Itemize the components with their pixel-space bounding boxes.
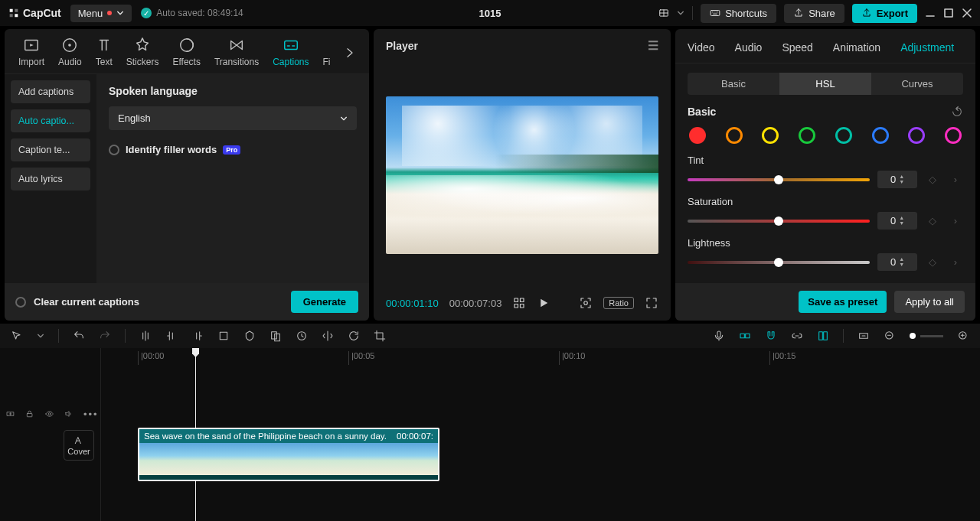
maximize-icon[interactable]: [943, 8, 954, 18]
saturation-keyframe[interactable]: ◇: [925, 215, 940, 226]
tab-audio[interactable]: Audio: [52, 34, 88, 73]
saturation-value[interactable]: 0▲▼: [877, 212, 917, 230]
segment-basic[interactable]: Basic: [688, 73, 779, 95]
language-select[interactable]: English: [109, 106, 357, 130]
svg-point-27: [48, 413, 51, 415]
eye-icon[interactable]: [45, 409, 54, 419]
swatch-purple[interactable]: [908, 127, 925, 144]
tint-value[interactable]: 0▲▼: [877, 171, 917, 188]
play-icon[interactable]: [537, 296, 550, 310]
save-preset-button[interactable]: Save as preset: [799, 291, 887, 313]
add-track-icon[interactable]: [6, 409, 15, 419]
tab-animation[interactable]: Animation: [833, 37, 880, 63]
tab-stickers[interactable]: Stickers: [120, 34, 165, 73]
select-tool-icon[interactable]: [11, 330, 23, 342]
player-title: Player: [386, 40, 418, 52]
lock-icon[interactable]: [25, 409, 34, 419]
swatch-red[interactable]: [689, 127, 706, 144]
trim-left-icon[interactable]: [165, 330, 178, 342]
tab-adjustment[interactable]: Adjustment: [900, 37, 954, 63]
mirror-icon[interactable]: [322, 330, 334, 342]
undo-icon[interactable]: [73, 330, 85, 342]
filler-words-checkbox[interactable]: [109, 145, 119, 155]
segment-hsl[interactable]: HSL: [779, 73, 871, 95]
redo-icon[interactable]: [99, 330, 111, 342]
menu-button[interactable]: Menu: [70, 5, 132, 22]
filler-words-label: Identify filler words: [126, 144, 217, 155]
tab-video[interactable]: Video: [688, 37, 715, 63]
fit-icon[interactable]: [858, 330, 870, 342]
player-menu-icon[interactable]: ☰: [648, 38, 658, 53]
generate-button[interactable]: Generate: [291, 291, 358, 313]
close-icon[interactable]: [962, 8, 972, 18]
share-button[interactable]: Share: [784, 4, 844, 23]
tab-text[interactable]: Text: [90, 34, 119, 73]
crop-icon[interactable]: [217, 330, 230, 342]
tab-import[interactable]: Import: [12, 34, 51, 73]
sidebar-auto-lyrics[interactable]: Auto lyrics: [11, 168, 90, 190]
timeline-tracks[interactable]: |00:00 |00:05 |00:10 |00:15 Sea wave on …: [101, 348, 980, 521]
zoom-in-icon[interactable]: [957, 330, 969, 342]
frame-icon[interactable]: [579, 296, 593, 310]
mute-icon[interactable]: [64, 409, 73, 419]
lightness-slider[interactable]: [688, 261, 870, 264]
video-preview[interactable]: [386, 96, 658, 254]
split-icon[interactable]: [139, 330, 152, 342]
tint-keyframe[interactable]: ◇: [925, 174, 940, 185]
tab-transitions[interactable]: Transitions: [208, 34, 265, 73]
zoom-out-icon[interactable]: [884, 330, 896, 342]
more-icon[interactable]: •••: [83, 409, 94, 419]
zoom-slider[interactable]: [910, 333, 943, 339]
trim-right-icon[interactable]: [191, 330, 204, 342]
lightness-value[interactable]: 0▲▼: [877, 253, 917, 271]
clear-captions-checkbox[interactable]: [15, 297, 26, 308]
chevron-down-icon[interactable]: [37, 332, 44, 340]
tabs-overflow[interactable]: [338, 41, 361, 67]
lightness-keyframe[interactable]: ◇: [925, 256, 940, 268]
ratio-button[interactable]: Ratio: [603, 297, 634, 309]
sidebar-add-captions[interactable]: Add captions: [11, 80, 90, 103]
swatch-teal[interactable]: [835, 127, 852, 144]
svg-rect-19: [746, 334, 750, 337]
segment-curves[interactable]: Curves: [871, 73, 963, 95]
tab-captions[interactable]: Captions: [266, 34, 315, 73]
link-icon[interactable]: [791, 330, 803, 342]
marker-icon[interactable]: [243, 330, 256, 342]
tab-filters[interactable]: Fi: [317, 54, 331, 73]
reverse-icon[interactable]: [296, 330, 308, 342]
sidebar-caption-templates[interactable]: Caption te...: [11, 138, 90, 161]
tint-slider[interactable]: [688, 178, 870, 181]
video-clip[interactable]: Sea wave on the sand of the Philippine b…: [138, 428, 439, 481]
swatch-orange[interactable]: [726, 127, 743, 144]
duplicate-icon[interactable]: [270, 330, 282, 342]
minimize-icon[interactable]: [925, 8, 936, 18]
swatch-yellow[interactable]: [762, 127, 779, 144]
rotate-icon[interactable]: [348, 330, 360, 342]
tab-effects[interactable]: Effects: [166, 34, 206, 73]
chevron-down-icon[interactable]: [677, 9, 684, 17]
preview-icon[interactable]: [817, 330, 829, 342]
timeline-ruler[interactable]: |00:00 |00:05 |00:10 |00:15: [101, 348, 980, 368]
shortcuts-button[interactable]: Shortcuts: [701, 4, 776, 23]
saturation-slider[interactable]: [688, 220, 870, 223]
reset-icon[interactable]: [951, 106, 963, 118]
player-panel: Player ☰ 00:00:01:10 00:00:07:03 Ratio: [374, 29, 671, 321]
layout-icon[interactable]: [658, 8, 669, 18]
swatch-green[interactable]: [799, 127, 815, 144]
swatch-blue[interactable]: [872, 127, 889, 144]
captions-sidebar: Add captions Auto captio... Caption te..…: [5, 74, 96, 283]
swatch-magenta[interactable]: [945, 127, 962, 144]
fullscreen-icon[interactable]: [645, 296, 658, 310]
export-button[interactable]: Export: [852, 4, 917, 23]
cover-button[interactable]: Cover: [64, 430, 94, 461]
sidebar-auto-captions[interactable]: Auto captio...: [11, 109, 90, 132]
magnet-icon[interactable]: [765, 330, 777, 342]
grid-view-icon[interactable]: [512, 296, 526, 310]
tab-audio-right[interactable]: Audio: [735, 37, 763, 63]
tab-speed[interactable]: Speed: [782, 37, 812, 63]
apply-all-button[interactable]: Apply to all: [894, 291, 965, 313]
crop2-icon[interactable]: [374, 330, 386, 342]
mic-icon[interactable]: [713, 330, 725, 342]
svg-rect-1: [710, 11, 720, 16]
snap-icon[interactable]: [739, 330, 751, 342]
